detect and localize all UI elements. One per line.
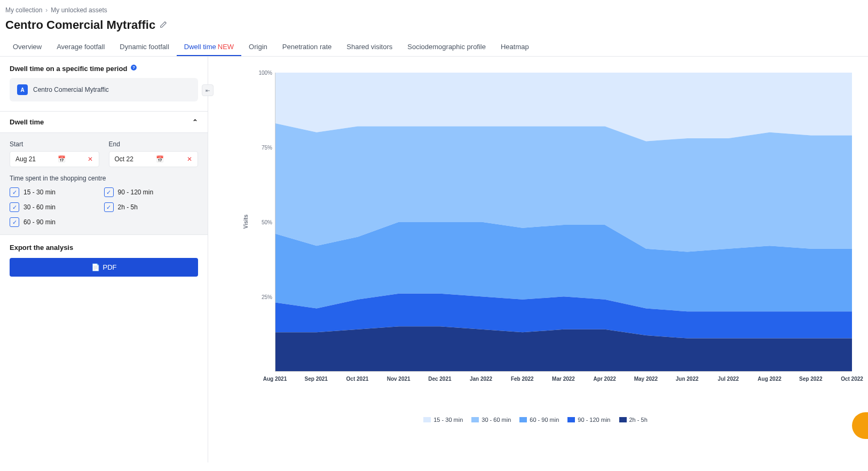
file-icon: 📄 [91,263,100,271]
svg-text:?: ? [133,65,136,70]
breadcrumb: My collection › My unlocked assets [0,0,868,16]
accordion-header[interactable]: Dwell time ⌃ [0,111,208,133]
asset-card[interactable]: A Centro Comercial Mytraffic [10,78,198,101]
export-pdf-label: PDF [103,263,117,271]
clear-end-icon[interactable]: ✕ [187,155,192,163]
start-date-value: Aug 21 [15,155,36,163]
range-checkbox[interactable]: ✓90 - 120 min [104,187,199,197]
y-axis-label: Visits [243,215,249,229]
breadcrumb-leaf[interactable]: My unlocked assets [51,6,107,14]
x-tick: Dec 2021 [428,376,451,382]
checkbox-icon[interactable]: ✓ [10,202,19,212]
sidebar: Dwell time on a specific time period ? A… [0,57,208,462]
legend-item[interactable]: 90 - 120 min [567,417,610,423]
edit-icon[interactable] [160,21,167,30]
legend-item[interactable]: 30 - 60 min [471,417,511,423]
start-label: Start [10,140,99,148]
legend-swatch [619,417,627,422]
tab-penetration-rate[interactable]: Penetration rate [275,38,340,56]
tabs: OverviewAverage footfallDynamic footfall… [0,38,868,57]
chart-area: Visits 100%75%50%25% Aug 2021Sep 2021Oct… [208,57,868,462]
x-tick: Nov 2021 [387,376,411,382]
x-tick: Aug 2021 [263,376,287,382]
breadcrumb-root[interactable]: My collection [5,6,42,14]
asset-name: Centro Comercial Mytraffic [33,86,109,93]
checkbox-icon[interactable]: ✓ [10,187,19,197]
checkbox-icon[interactable]: ✓ [104,202,114,212]
y-tick: 50% [256,219,272,225]
legend-swatch [567,417,575,422]
legend-item[interactable]: 2h - 5h [619,417,648,423]
chart-plot[interactable] [275,73,852,372]
export-pdf-button[interactable]: 📄 PDF [10,258,198,277]
x-tick: Oct 2021 [346,376,369,382]
end-label: End [109,140,199,148]
legend-item[interactable]: 15 - 30 min [423,417,463,423]
tab-dwell-time[interactable]: Dwell timeNEW [177,38,241,56]
y-tick: 100% [256,70,272,76]
info-icon[interactable]: ? [130,64,137,73]
tab-sociodemographic-profile[interactable]: Sociodemographic profile [400,38,493,56]
tab-origin[interactable]: Origin [241,38,275,56]
y-tick: 25% [256,294,272,300]
calendar-icon: 📅 [156,155,164,163]
end-date-input[interactable]: Oct 22 📅 ✕ [109,151,199,167]
x-tick: Jul 2022 [718,376,739,382]
chevron-right-icon: › [45,6,48,14]
time-spent-label: Time spent in the shopping centre [10,175,198,182]
legend-swatch [423,417,431,422]
x-tick: Aug 2022 [757,376,781,382]
x-tick: Feb 2022 [511,376,534,382]
section-title: Dwell time on a specific time period [10,65,127,73]
x-tick: Sep 2022 [799,376,822,382]
x-tick: Mar 2022 [552,376,575,382]
calendar-icon: 📅 [58,155,66,163]
y-tick: 75% [256,145,272,151]
legend-label: 15 - 30 min [433,417,463,423]
legend-swatch [471,417,479,422]
x-tick: Oct 2022 [841,376,863,382]
range-checkbox[interactable]: ✓2h - 5h [104,202,199,212]
range-label: 60 - 90 min [23,218,56,226]
page-title: Centro Comercial Mytraffic [5,18,155,32]
export-title: Export the analysis [10,244,198,252]
x-tick: Jan 2022 [470,376,492,382]
range-label: 2h - 5h [118,203,138,211]
range-checkbox[interactable]: ✓60 - 90 min [10,217,104,227]
accordion-title: Dwell time [10,118,44,126]
tab-average-footfall[interactable]: Average footfall [49,38,112,56]
x-tick: Jun 2022 [676,376,699,382]
checkbox-icon[interactable]: ✓ [104,187,114,197]
end-date-value: Oct 22 [115,155,133,163]
x-tick: May 2022 [634,376,658,382]
checkbox-icon[interactable]: ✓ [10,217,19,227]
clear-start-icon[interactable]: ✕ [88,155,93,163]
legend-label: 2h - 5h [629,417,648,423]
range-label: 30 - 60 min [23,203,56,211]
legend-item[interactable]: 60 - 90 min [519,417,559,423]
range-label: 15 - 30 min [23,189,56,196]
legend-label: 30 - 60 min [482,417,511,423]
start-date-input[interactable]: Aug 21 📅 ✕ [10,151,99,167]
chevron-up-icon: ⌃ [192,118,198,126]
tab-heatmap[interactable]: Heatmap [493,38,536,56]
tab-shared-visitors[interactable]: Shared visitors [339,38,400,56]
legend-swatch [519,417,527,422]
chart-legend: 15 - 30 min30 - 60 min60 - 90 min90 - 12… [219,417,852,423]
tab-dynamic-footfall[interactable]: Dynamic footfall [112,38,176,56]
x-tick: Sep 2021 [305,376,328,382]
tab-overview[interactable]: Overview [5,38,49,56]
range-label: 90 - 120 min [118,189,154,196]
legend-label: 60 - 90 min [530,417,559,423]
range-checkbox[interactable]: ✓30 - 60 min [10,202,104,212]
range-checkbox[interactable]: ✓15 - 30 min [10,187,104,197]
x-tick: Apr 2022 [594,376,616,382]
legend-label: 90 - 120 min [578,417,610,423]
asset-badge: A [17,84,28,95]
